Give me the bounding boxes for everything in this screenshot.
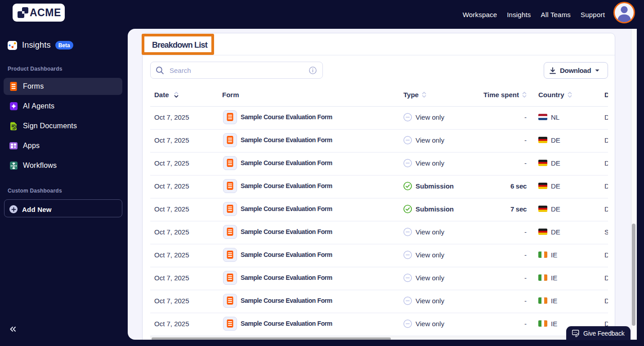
svg-text:ACME: ACME bbox=[30, 7, 61, 18]
